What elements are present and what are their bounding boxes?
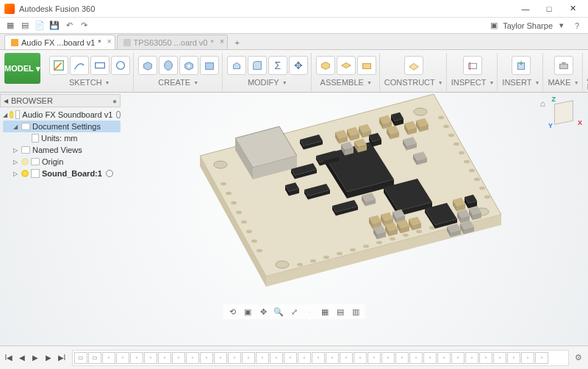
display-settings-icon[interactable]: ▦ — [318, 306, 331, 318]
viewport-layout-icon[interactable]: ▥ — [349, 306, 362, 318]
fit-icon[interactable]: ⤢ — [287, 306, 301, 318]
orbit-icon[interactable]: ⟲ — [226, 306, 239, 318]
timeline-feature[interactable]: ▫ — [493, 352, 506, 364]
timeline-strip[interactable]: ▭▭▫▫▫▫▫▫▫▫▫▫▫▫▫▫▫▫▫▫▫▫▫▫▫▫▫▫▫▫▫▫▫▫ — [72, 350, 569, 366]
circle-tool-button[interactable] — [111, 56, 130, 75]
timeline-feature[interactable]: ▭ — [88, 352, 101, 364]
timeline-back-button[interactable]: ◀ — [16, 352, 28, 364]
zoom-icon[interactable]: 🔍 — [272, 306, 285, 318]
window-minimize-button[interactable]: — — [514, 1, 537, 17]
timeline-feature[interactable]: ▫ — [423, 352, 437, 364]
timeline-fwd-button[interactable]: ▶ — [43, 352, 54, 364]
redo-icon[interactable]: ↷ — [78, 20, 90, 32]
hole-button[interactable] — [179, 56, 198, 75]
file-menu-icon[interactable]: 📄 — [34, 20, 46, 32]
timeline-feature[interactable]: ▫ — [437, 352, 451, 364]
timeline-end-button[interactable]: ▶I — [56, 352, 68, 364]
save-icon[interactable]: 💾 — [49, 20, 60, 32]
joint-button[interactable] — [337, 56, 356, 75]
workspace-switcher[interactable]: MODEL▾ — [4, 53, 40, 84]
timeline-feature[interactable]: ▫ — [368, 352, 381, 364]
timeline-play-button[interactable]: ▶ — [29, 352, 41, 364]
timeline-feature[interactable]: ▫ — [200, 352, 213, 364]
timeline-feature[interactable]: ▫ — [256, 352, 269, 364]
timeline-feature[interactable]: ▫ — [116, 352, 129, 364]
undo-icon[interactable]: ↶ — [63, 20, 75, 32]
timeline-feature[interactable]: ▫ — [172, 352, 185, 364]
timeline-feature[interactable]: ▫ — [465, 352, 478, 364]
timeline-feature[interactable]: ▫ — [479, 352, 492, 364]
timeline-feature[interactable]: ▫ — [214, 352, 227, 364]
box-button[interactable] — [200, 56, 219, 75]
timeline-feature[interactable]: ▫ — [326, 352, 339, 364]
line-tool-button[interactable] — [70, 56, 89, 75]
home-view-icon[interactable]: ⌂ — [540, 98, 545, 109]
timeline-feature[interactable]: ▫ — [242, 352, 255, 364]
tab-close-icon[interactable]: × — [220, 37, 224, 46]
new-component-button[interactable] — [316, 56, 335, 75]
insert-button[interactable] — [512, 56, 531, 75]
timeline-feature[interactable]: ▫ — [381, 352, 395, 364]
user-menu-chevron[interactable]: ▾ — [556, 20, 567, 32]
revolve-button[interactable] — [159, 56, 178, 75]
timeline-feature[interactable]: ▫ — [102, 352, 115, 364]
radio-icon[interactable] — [106, 170, 113, 177]
svg-point-41 — [337, 252, 343, 255]
timeline-feature[interactable]: ▫ — [158, 352, 171, 364]
timeline-feature[interactable]: ▫ — [409, 352, 423, 364]
tab-close-icon[interactable]: × — [107, 37, 112, 46]
timeline-feature[interactable]: ▫ — [312, 352, 325, 364]
user-name[interactable]: Taylor Sharpe — [503, 21, 553, 30]
timeline-feature[interactable]: ▫ — [298, 352, 311, 364]
timeline-feature[interactable]: ▫ — [270, 352, 283, 364]
new-tab-button[interactable]: + — [231, 36, 244, 49]
data-panel-icon[interactable]: ▤ — [19, 20, 31, 32]
timeline-feature[interactable]: ▫ — [340, 352, 353, 364]
browser-header[interactable]: ◀ BROWSER ● — [0, 94, 121, 107]
fillet-button[interactable] — [248, 56, 267, 75]
look-at-icon[interactable]: ▣ — [241, 306, 254, 318]
document-icon — [123, 39, 131, 46]
timeline-feature[interactable]: ▫ — [521, 352, 534, 364]
extensions-icon[interactable]: ▣ — [488, 20, 500, 32]
timeline-feature[interactable]: ▫ — [186, 352, 199, 364]
window-maximize-button[interactable]: □ — [538, 1, 560, 17]
timeline-start-button[interactable]: I◀ — [3, 352, 15, 364]
tree-origin[interactable]: ▷ Origin — [3, 156, 121, 168]
tree-root[interactable]: ◢ Audio FX Soundboard v1 — [3, 109, 121, 121]
timeline-feature[interactable]: ▫ — [284, 352, 297, 364]
timeline-feature[interactable]: ▫ — [395, 352, 409, 364]
grid-settings-icon[interactable]: ▤ — [334, 306, 347, 318]
extrude-button[interactable] — [138, 56, 157, 75]
timeline-feature[interactable]: ▫ — [144, 352, 157, 364]
new-sketch-button[interactable] — [49, 56, 68, 75]
construct-plane-button[interactable] — [404, 56, 423, 75]
timeline-feature[interactable]: ▫ — [451, 352, 465, 364]
timeline-feature[interactable]: ▭ — [74, 352, 87, 364]
move-button[interactable]: ✥ — [289, 56, 308, 75]
measure-button[interactable]: Σ — [268, 56, 287, 75]
press-pull-button[interactable] — [227, 56, 246, 75]
timeline-settings-icon[interactable]: ⚙ — [572, 351, 585, 365]
inspect-button[interactable] — [463, 56, 482, 75]
tree-units[interactable]: ▸ Units: mm — [3, 132, 121, 144]
help-icon[interactable]: ? — [570, 21, 584, 30]
window-close-button[interactable]: ✕ — [562, 1, 584, 17]
rectangle-tool-button[interactable] — [90, 56, 110, 75]
timeline-feature[interactable]: ▫ — [354, 352, 367, 364]
radio-icon[interactable] — [116, 111, 121, 118]
view-cube[interactable]: Z X Y — [548, 97, 581, 129]
tree-document-settings[interactable]: ◢ Document Settings — [3, 121, 121, 132]
document-tab-inactive[interactable]: TPS63050 ...oard v0* × — [117, 35, 228, 49]
as-built-joint-button[interactable] — [357, 56, 376, 75]
timeline-feature[interactable]: ▫ — [535, 352, 548, 364]
tree-component[interactable]: ▷ Sound_Board:1 — [3, 168, 121, 179]
apps-grid-icon[interactable]: ▦ — [4, 20, 16, 32]
timeline-feature[interactable]: ▫ — [507, 352, 520, 364]
make-button[interactable] — [554, 56, 573, 75]
document-tab-active[interactable]: Audio FX ...board v1* × — [4, 35, 115, 49]
timeline-feature[interactable]: ▫ — [130, 352, 143, 364]
timeline-feature[interactable]: ▫ — [228, 352, 241, 364]
pan-icon[interactable]: ✥ — [257, 306, 270, 318]
tree-named-views[interactable]: ▷ Named Views — [3, 144, 121, 156]
